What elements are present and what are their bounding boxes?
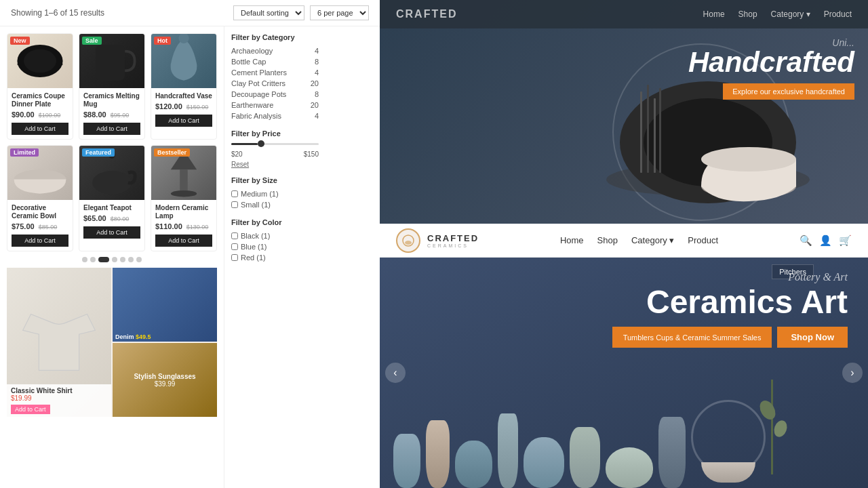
page-dot[interactable]	[82, 257, 87, 262]
search-icon[interactable]: 🔍	[800, 235, 812, 247]
explore-handcrafted-button[interactable]: Explore our exclusive handcrafted	[723, 83, 854, 100]
showing-results: Showing 1–6 of 15 results	[11, 8, 104, 18]
per-page-select[interactable]: 6 per page	[310, 5, 369, 20]
bottom-grid: Classic White Shirt $19.99 Add to Cart D…	[7, 268, 217, 417]
filter-item[interactable]: Earthenware20	[231, 100, 319, 110]
filter-color-black[interactable]: Black (1)	[231, 230, 319, 241]
add-to-cart-button[interactable]: Add to Cart	[12, 123, 68, 135]
reset-link[interactable]: Reset	[231, 161, 319, 168]
top-hero-logo: CRAFTED	[396, 8, 457, 20]
badge-sale: Sale	[82, 37, 102, 45]
ceramics-cta: Tumblers Cups & Ceramic Summer Sales Sho…	[612, 327, 848, 348]
filter-size-title: Filter by Size	[231, 176, 319, 184]
page-dot-active[interactable]	[98, 257, 109, 262]
page-dot[interactable]	[136, 257, 142, 262]
svg-point-11	[171, 190, 197, 197]
pot	[498, 413, 518, 488]
nav-product[interactable]: Product	[824, 9, 852, 19]
filter-sidebar: Filter by Category Archaeology4 Bottle C…	[224, 26, 326, 488]
page-dot[interactable]	[112, 257, 117, 262]
cart-icon[interactable]: 🛒	[839, 235, 852, 247]
user-icon[interactable]: 👤	[819, 235, 832, 247]
page-dot[interactable]	[128, 257, 134, 262]
product-grid: New Ceramics Coupe Dinner Plate $90.00 $…	[7, 33, 217, 251]
filter-item[interactable]: Decoupage Pots8	[231, 89, 319, 100]
add-to-cart-button[interactable]: Add to Cart	[12, 235, 68, 247]
filter-item[interactable]: Clay Pot Critters20	[231, 78, 319, 89]
product-price: $88.00 $95.00	[83, 110, 140, 119]
filter-size-medium[interactable]: Medium (1)	[231, 188, 319, 199]
carousel-prev-button[interactable]: ‹	[385, 363, 406, 383]
ceramics-nav-category[interactable]: Category ▾	[631, 235, 674, 245]
carousel-next-button[interactable]: ›	[842, 363, 863, 383]
pot	[570, 427, 600, 488]
price-range-labels: $20 $150	[231, 150, 319, 158]
pagination	[7, 251, 217, 268]
pot	[658, 417, 686, 488]
badge-hot: Hot	[154, 37, 171, 45]
add-to-cart-button[interactable]: Add to Cart	[83, 123, 140, 135]
main-content: New Ceramics Coupe Dinner Plate $90.00 $…	[0, 26, 380, 488]
page-dot[interactable]	[90, 257, 96, 262]
page-dot[interactable]	[120, 257, 125, 262]
filter-item[interactable]: Bottle Cap8	[231, 56, 319, 67]
product-image: New	[7, 34, 73, 88]
size-medium-checkbox[interactable]	[231, 190, 238, 197]
size-small-checkbox[interactable]	[231, 201, 238, 208]
svg-point-6	[92, 171, 132, 195]
product-name: Modern Ceramic Lamp	[155, 204, 212, 220]
svg-point-23	[405, 241, 412, 245]
filter-color-red[interactable]: Red (1)	[231, 252, 319, 263]
filter-item[interactable]: Fabric Analysis4	[231, 110, 319, 121]
product-image: Sale	[79, 34, 144, 88]
hero-top-content: Uni... Handcrafted Explore our exclusive…	[688, 37, 854, 100]
ceramics-nav-shop[interactable]: Shop	[597, 235, 618, 245]
ceramics-hero: Pitchers Pottery & Art Ceramics Art Tumb…	[380, 258, 868, 488]
sort-select[interactable]: Default sorting	[233, 5, 304, 20]
filter-color-blue[interactable]: Blue (1)	[231, 241, 319, 252]
logo-text-group: CRAFTED CERAMICS	[427, 233, 479, 248]
ceramics-nav-home[interactable]: Home	[560, 235, 584, 245]
color-black-checkbox[interactable]	[231, 232, 238, 239]
product-info: Ceramics Coupe Dinner Plate $90.00 $100.…	[7, 88, 73, 123]
nav-shop[interactable]: Shop	[738, 9, 757, 19]
filter-size-small[interactable]: Small (1)	[231, 199, 319, 210]
svg-rect-21	[659, 88, 661, 173]
tumblers-button[interactable]: Tumblers Cups & Ceramic Summer Sales	[612, 327, 772, 348]
add-to-cart-small[interactable]: Add to Cart	[11, 405, 50, 414]
color-blue-checkbox[interactable]	[231, 243, 238, 250]
filter-item[interactable]: Cement Planters4	[231, 67, 319, 78]
thumb-denim[interactable]: Denim $49.5	[113, 268, 217, 342]
product-price: $90.00 $100.00	[12, 110, 68, 119]
thumb-sunglasses[interactable]: Stylish Sunglasses $39.99	[113, 343, 217, 417]
add-to-cart-button[interactable]: Add to Cart	[155, 115, 212, 127]
shop-now-button[interactable]: Shop Now	[777, 327, 848, 348]
ceramics-nav-product[interactable]: Product	[688, 235, 718, 245]
price-max: $150	[304, 150, 319, 158]
product-image: Bestseller	[151, 146, 216, 200]
product-card: Limited Decorative Ceramic Bowl $75.00 $…	[7, 145, 73, 251]
ceramics-title: Ceramics Art	[612, 286, 848, 319]
decorative-circle	[691, 400, 766, 474]
add-to-cart-button[interactable]: Add to Cart	[155, 235, 212, 247]
svg-rect-3	[96, 45, 125, 81]
product-info: Handcrafted Vase $120.00 $150.00	[151, 88, 216, 115]
filter-color-title: Filter by Color	[231, 218, 319, 226]
color-red-checkbox[interactable]	[231, 254, 238, 261]
top-bar: Showing 1–6 of 15 results Default sortin…	[0, 0, 380, 26]
filter-category-title: Filter by Category	[231, 33, 319, 41]
ceramics-header: CRAFTED CERAMICS Home Shop Category ▾ Pr…	[380, 224, 868, 258]
product-card: Featured Elegant Teapot $65.00 $80.00 Ad…	[79, 145, 145, 251]
nav-home[interactable]: Home	[703, 9, 725, 19]
ceramics-nav: Home Shop Category ▾ Product	[560, 235, 718, 245]
nav-category[interactable]: Category ▾	[771, 9, 810, 19]
filter-price-title: Filter by Price	[231, 129, 319, 138]
price-slider[interactable]	[231, 143, 319, 145]
thumb-collage: Denim $49.5 Stylish Sunglasses $39.99	[113, 268, 217, 417]
pot	[606, 447, 653, 488]
product-card: Sale Ceramics Melting Mug $88.00 $95.00 …	[79, 33, 145, 140]
add-to-cart-button[interactable]: Add to Cart	[83, 226, 140, 239]
thumb-shirt[interactable]: Classic White Shirt $19.99 Add to Cart	[7, 268, 111, 417]
filter-item[interactable]: Archaeology4	[231, 45, 319, 56]
product-name: Handcrafted Vase	[155, 92, 212, 100]
